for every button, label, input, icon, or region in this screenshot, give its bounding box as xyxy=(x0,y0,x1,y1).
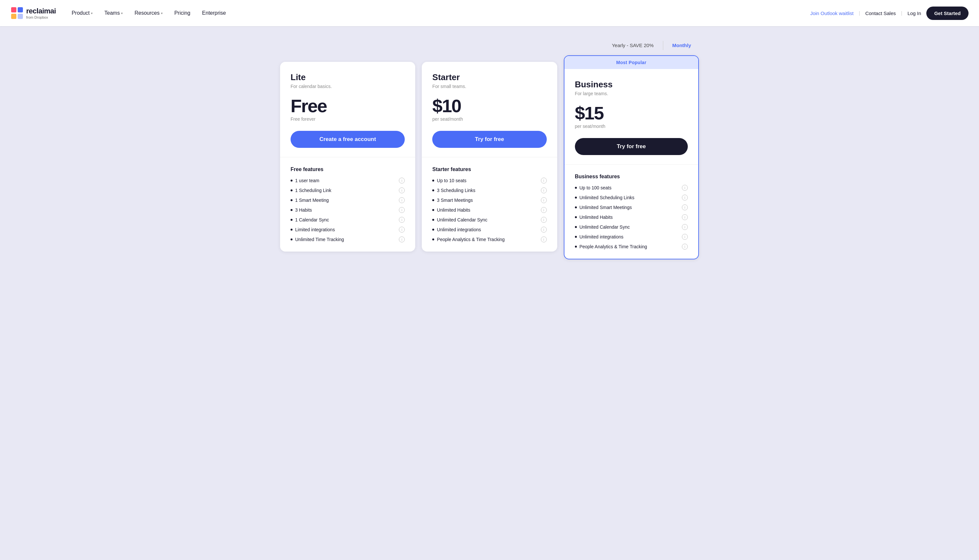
list-item: 1 Smart Meeting i xyxy=(290,197,405,203)
bullet-icon xyxy=(432,189,434,192)
info-icon[interactable]: i xyxy=(399,197,405,203)
info-icon[interactable]: i xyxy=(541,187,547,193)
list-item: People Analytics & Time Tracking i xyxy=(432,237,547,242)
info-icon[interactable]: i xyxy=(682,195,688,200)
starter-cta-button[interactable]: Try for free xyxy=(432,131,547,148)
nav-pricing[interactable]: Pricing xyxy=(169,8,196,18)
info-icon[interactable]: i xyxy=(399,237,405,242)
billing-toggle: Yearly - SAVE 20% Monthly xyxy=(280,39,699,52)
bullet-icon xyxy=(290,209,292,211)
info-icon[interactable]: i xyxy=(399,227,405,233)
lite-cta-button[interactable]: Create a free account xyxy=(290,131,405,148)
lite-features: Free features 1 user team i 1 Scheduling… xyxy=(280,157,415,252)
nav-links: Product ▾ Teams ▾ Resources ▾ Pricing En… xyxy=(67,8,810,18)
business-card-top: Business For large teams. $15 per seat/m… xyxy=(564,69,698,165)
info-icon[interactable]: i xyxy=(399,187,405,193)
lite-plan-card: Lite For calendar basics. Free Free fore… xyxy=(280,62,415,252)
svg-rect-1 xyxy=(18,7,23,12)
bullet-icon xyxy=(290,219,292,221)
bullet-icon xyxy=(290,228,292,231)
bullet-icon xyxy=(575,207,577,208)
info-icon[interactable]: i xyxy=(541,207,547,213)
pricing-grid: Lite For calendar basics. Free Free fore… xyxy=(280,62,699,259)
nav-resources[interactable]: Resources ▾ xyxy=(129,8,168,18)
business-plan-price: $15 xyxy=(575,104,688,122)
info-icon[interactable]: i xyxy=(682,234,688,240)
info-icon[interactable]: i xyxy=(682,224,688,230)
starter-plan-card: Starter For small teams. $10 per seat/mo… xyxy=(422,62,557,252)
list-item: Unlimited Time Tracking i xyxy=(290,237,405,242)
info-icon[interactable]: i xyxy=(541,227,547,233)
info-icon[interactable]: i xyxy=(682,244,688,250)
starter-features: Starter features Up to 10 seats i 3 Sche… xyxy=(422,157,557,252)
business-features: Business features Up to 100 seats i Unli… xyxy=(564,165,698,259)
navbar: reclaimai from Dropbox Product ▾ Teams ▾… xyxy=(0,0,979,26)
list-item: Unlimited Smart Meetings i xyxy=(575,205,688,210)
list-item: 3 Scheduling Links i xyxy=(432,187,547,193)
bullet-icon xyxy=(575,236,577,238)
bullet-icon xyxy=(432,199,434,201)
svg-rect-3 xyxy=(18,14,23,19)
starter-card-top: Starter For small teams. $10 per seat/mo… xyxy=(422,62,557,157)
get-started-button[interactable]: Get Started xyxy=(926,7,969,20)
bullet-icon xyxy=(290,189,292,192)
starter-price-period: per seat/month xyxy=(432,117,547,122)
chevron-down-icon: ▾ xyxy=(121,12,123,15)
lite-card-top: Lite For calendar basics. Free Free fore… xyxy=(280,62,415,157)
chevron-down-icon: ▾ xyxy=(91,12,93,15)
bullet-icon xyxy=(290,199,292,201)
bullet-icon xyxy=(575,226,577,228)
business-cta-button[interactable]: Try for free xyxy=(575,138,688,155)
list-item: Unlimited Calendar Sync i xyxy=(575,224,688,230)
billing-divider xyxy=(663,41,663,50)
starter-plan-name: Starter xyxy=(432,72,547,82)
business-features-title: Business features xyxy=(575,174,688,180)
nav-right: Join Outlook waitlist | Contact Sales | … xyxy=(810,7,969,20)
logo-sub: from Dropbox xyxy=(26,15,56,19)
list-item: 1 Calendar Sync i xyxy=(290,217,405,223)
svg-rect-0 xyxy=(11,7,17,12)
list-item: Up to 100 seats i xyxy=(575,185,688,191)
business-price-period: per seat/month xyxy=(575,123,688,129)
business-plan-name: Business xyxy=(575,80,688,90)
login-link[interactable]: Log In xyxy=(907,10,921,16)
bullet-icon xyxy=(432,238,434,240)
info-icon[interactable]: i xyxy=(399,217,405,223)
info-icon[interactable]: i xyxy=(682,214,688,220)
lite-features-title: Free features xyxy=(290,167,405,172)
yearly-billing-option[interactable]: Yearly - SAVE 20% xyxy=(604,39,662,52)
list-item: Unlimited Calendar Sync i xyxy=(432,217,547,223)
bullet-icon xyxy=(575,216,577,218)
list-item: Unlimited integrations i xyxy=(432,227,547,233)
info-icon[interactable]: i xyxy=(541,197,547,203)
outlook-waitlist-link[interactable]: Join Outlook waitlist xyxy=(810,10,854,16)
list-item: People Analytics & Time Tracking i xyxy=(575,244,688,250)
nav-teams[interactable]: Teams ▾ xyxy=(99,8,128,18)
list-item: Unlimited Habits i xyxy=(432,207,547,213)
starter-feature-list: Up to 10 seats i 3 Scheduling Links i 3 … xyxy=(432,178,547,242)
lite-plan-desc: For calendar basics. xyxy=(290,84,405,89)
logo[interactable]: reclaimai from Dropbox xyxy=(10,7,56,20)
monthly-billing-option[interactable]: Monthly xyxy=(665,39,699,52)
list-item: 1 Scheduling Link i xyxy=(290,187,405,193)
nav-enterprise[interactable]: Enterprise xyxy=(197,8,231,18)
list-item: 3 Habits i xyxy=(290,207,405,213)
bullet-icon xyxy=(575,197,577,198)
list-item: Unlimited Habits i xyxy=(575,214,688,220)
info-icon[interactable]: i xyxy=(399,207,405,213)
bullet-icon xyxy=(432,228,434,231)
bullet-icon xyxy=(290,180,292,182)
info-icon[interactable]: i xyxy=(399,178,405,183)
info-icon[interactable]: i xyxy=(541,178,547,183)
info-icon[interactable]: i xyxy=(682,205,688,210)
starter-features-title: Starter features xyxy=(432,167,547,172)
list-item: 1 user team i xyxy=(290,178,405,183)
info-icon[interactable]: i xyxy=(541,217,547,223)
list-item: Limited integrations i xyxy=(290,227,405,233)
info-icon[interactable]: i xyxy=(682,185,688,191)
nav-product[interactable]: Product ▾ xyxy=(67,8,98,18)
lite-price-period: Free forever xyxy=(290,117,405,122)
contact-sales-link[interactable]: Contact Sales xyxy=(865,10,896,16)
info-icon[interactable]: i xyxy=(541,237,547,242)
logo-icon xyxy=(10,7,23,20)
